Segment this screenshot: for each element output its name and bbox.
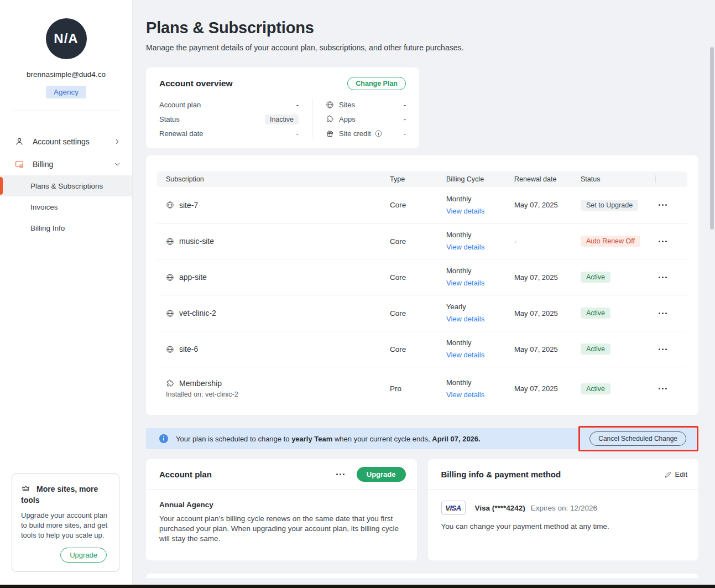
overview-row-site-credit: Site credit - <box>326 126 406 141</box>
sidebar-item-label: Account settings <box>33 137 90 146</box>
row-menu-button[interactable] <box>655 201 670 209</box>
globe-icon <box>166 345 174 353</box>
subscription-type: Core <box>390 273 446 282</box>
account-plan-card: Account plan Upgrade Annual Agency Your … <box>146 459 417 560</box>
edit-button[interactable]: Edit <box>664 470 687 478</box>
sidebar-subitem-label: Billing Info <box>30 224 65 232</box>
billing-cycle: Monthly <box>446 231 472 239</box>
overview-divider <box>312 98 312 138</box>
view-details-link[interactable]: View details <box>446 278 484 288</box>
status-badge: Active <box>581 272 610 283</box>
sidebar-item-label: Billing <box>33 160 53 169</box>
view-details-link[interactable]: View details <box>446 350 484 360</box>
status-badge: Inactive <box>265 115 299 124</box>
column-header-renewal-date: Renewal date <box>514 171 581 187</box>
sidebar-item-invoices[interactable]: Invoices <box>0 196 132 217</box>
column-header-status: Status <box>581 171 655 187</box>
billing-cycle: Monthly <box>446 378 472 387</box>
billing-cycle: Monthly <box>446 339 472 347</box>
globe-icon <box>166 237 174 246</box>
view-details-link[interactable]: View details <box>446 314 484 324</box>
promo-upgrade-button[interactable]: Upgrade <box>60 548 107 563</box>
account-email: brennasimple@dud4.co <box>0 70 132 79</box>
sidebar-item-billing-info[interactable]: Billing Info <box>0 217 132 238</box>
puzzle-icon <box>326 115 334 123</box>
scrollbar-thumb[interactable] <box>710 47 714 230</box>
row-menu-button[interactable] <box>655 237 670 246</box>
column-header-type: Type <box>390 171 446 187</box>
overview-row-renewal-date: Renewal date - <box>159 126 299 141</box>
card-menu-button[interactable] <box>333 470 348 478</box>
chevron-down-icon <box>113 160 121 168</box>
row-menu-button[interactable] <box>655 345 670 353</box>
column-header-actions <box>655 171 687 187</box>
upgrade-promo-card: More sites, more tools Upgrade your acco… <box>12 473 119 572</box>
overview-value: - <box>296 129 299 138</box>
subscription-type: Pro <box>390 384 446 393</box>
status-badge: Auto Renew Off <box>581 236 640 247</box>
overview-value: - <box>296 101 299 109</box>
pencil-icon <box>664 471 672 478</box>
globe-icon <box>326 101 334 109</box>
sidebar-nav: Account settings Billing Plans & Subscri… <box>0 130 132 238</box>
globe-icon <box>166 273 174 282</box>
table-row: music-site Core MonthlyView details - Au… <box>157 223 687 259</box>
globe-icon <box>166 201 174 209</box>
overview-value: - <box>404 129 406 138</box>
table-row: vet-clinic-2 Core YearlyView details May… <box>157 295 687 331</box>
overview-label: Sites <box>339 101 355 109</box>
renewal-date: May 07, 2025 <box>514 309 581 318</box>
chevron-right-icon <box>113 138 121 145</box>
subscription-type: Core <box>390 345 446 353</box>
sidebar-item-plans-subscriptions[interactable]: Plans & Subscriptions <box>0 175 132 196</box>
plan-name: Annual Agency <box>159 501 404 509</box>
info-icon <box>159 434 168 443</box>
status-badge: Set to Upgrade <box>581 200 638 211</box>
globe-icon <box>166 309 174 318</box>
row-menu-button[interactable] <box>655 309 670 318</box>
table-row: app-site Core MonthlyView details May 07… <box>157 259 687 295</box>
sidebar-item-billing[interactable]: Billing <box>0 153 132 175</box>
active-indicator <box>0 177 3 195</box>
subscriptions-table-card: Subscription Type Billing Cycle Renewal … <box>146 155 698 415</box>
cancel-scheduled-change-button[interactable]: Cancel Scheduled Change <box>589 431 686 446</box>
subscription-name: site-7 <box>179 201 198 210</box>
subscription-name: music-site <box>179 237 214 246</box>
subscription-type: Core <box>390 237 446 246</box>
view-details-link[interactable]: View details <box>446 390 484 400</box>
role-badge: Agency <box>46 86 86 98</box>
overview-row-status: Status Inactive <box>159 112 299 126</box>
view-details-link[interactable]: View details <box>446 206 484 216</box>
scheduled-change-banner: Your plan is scheduled to change to year… <box>146 428 696 449</box>
view-details-link[interactable]: View details <box>446 242 484 252</box>
sidebar-item-account-settings[interactable]: Account settings <box>0 130 132 153</box>
info-icon[interactable] <box>375 130 382 137</box>
change-plan-button[interactable]: Change Plan <box>347 77 406 90</box>
status-badge: Active <box>581 383 610 394</box>
sidebar-divider <box>11 111 121 111</box>
subscription-name: site-6 <box>179 345 198 353</box>
overview-label: Site credit <box>339 129 371 138</box>
overview-right-column: Sites - Apps - Site credit <box>326 97 406 141</box>
card-expiry: Expires on: 12/2026 <box>531 504 597 512</box>
billing-info-title: Billing info & payment method <box>441 470 561 479</box>
promo-title-text: More sites, more tools <box>21 485 98 504</box>
window-bottom-edge <box>0 585 715 588</box>
table-row: site-7 Core MonthlyView details May 07, … <box>157 187 687 223</box>
plan-description: Your account plan's billing cycle renews… <box>159 514 404 544</box>
renewal-date: May 07, 2025 <box>514 273 581 282</box>
overview-row-apps: Apps - <box>326 112 406 126</box>
account-overview-card: Account overview Change Plan Account pla… <box>146 67 419 148</box>
upgrade-button[interactable]: Upgrade <box>357 467 406 482</box>
overview-label: Status <box>159 115 180 123</box>
row-menu-button[interactable] <box>655 384 670 393</box>
crown-icon <box>21 484 30 493</box>
row-menu-button[interactable] <box>655 273 670 282</box>
puzzle-icon <box>166 379 174 388</box>
partial-card-below <box>146 574 698 578</box>
main-content: Plans & Subscriptions Manage the payment… <box>133 0 715 588</box>
card-number: Visa (****4242) <box>475 504 525 512</box>
table-header: Subscription Type Billing Cycle Renewal … <box>157 171 687 187</box>
overview-label: Account plan <box>159 101 201 109</box>
column-header-billing-cycle: Billing Cycle <box>446 171 514 187</box>
